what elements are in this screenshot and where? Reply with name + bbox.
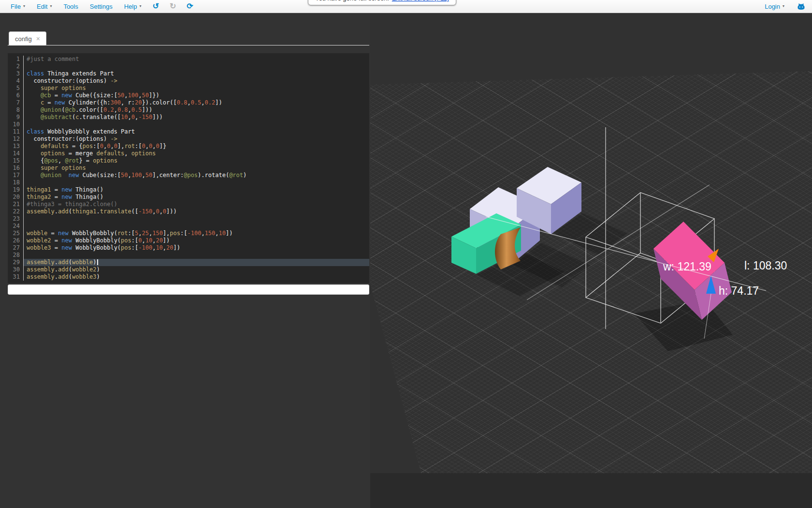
code-token: thinga1 bbox=[27, 186, 51, 193]
exit-fullscreen-link[interactable]: Exit full screen (F11) bbox=[392, 0, 449, 2]
fullscreen-message: You have gone full screen. bbox=[315, 0, 389, 2]
code-token: super options bbox=[27, 85, 86, 91]
code-token: new bbox=[61, 244, 72, 251]
code-token: Thinga() bbox=[72, 186, 103, 193]
code-line[interactable]: 11class WobblyBobbly extends Part bbox=[8, 128, 369, 135]
code-line[interactable]: 18 bbox=[8, 179, 369, 186]
cube-teal-cylinder-cut[interactable] bbox=[451, 213, 521, 274]
code-line[interactable]: 26wobble2 = new WobblyBobbly(pos:[0,10,2… bbox=[8, 237, 369, 244]
code-token: defaults bbox=[27, 143, 69, 149]
scene-canvas[interactable]: Y bbox=[370, 13, 812, 508]
code-line[interactable]: 9 @subtract(c.translate([10,0,-150])) bbox=[8, 114, 369, 121]
login-menu[interactable]: Login ▾ bbox=[759, 3, 790, 10]
code-line[interactable]: 8 @union(@cb.color([0.2,0.8,0.5])) bbox=[8, 106, 369, 114]
code-token: new bbox=[61, 194, 72, 200]
code-token: , bbox=[128, 106, 131, 113]
code-token: wobble bbox=[27, 230, 47, 237]
redo-icon[interactable]: ↻ bbox=[164, 2, 181, 10]
code-token: 0 bbox=[156, 143, 159, 149]
code-token: WobblyBobbly( bbox=[69, 230, 117, 237]
menu-tools[interactable]: Tools bbox=[58, 3, 84, 10]
code-line[interactable]: 19thinga1 = new Thinga() bbox=[8, 186, 369, 194]
width-dimension-label: w: 121.39 bbox=[663, 260, 711, 273]
code-line[interactable]: 10 bbox=[8, 121, 369, 128]
console-bar[interactable] bbox=[8, 284, 369, 295]
menu-help[interactable]: Help ▾ bbox=[118, 3, 147, 10]
code-line-text: options = merge defaults, options bbox=[24, 150, 369, 157]
code-token: ( bbox=[69, 273, 72, 280]
code-line[interactable]: 17 @union new Cube(size:[50,100,50],cent… bbox=[8, 172, 369, 179]
code-line[interactable]: 23 bbox=[8, 215, 369, 223]
line-number: 16 bbox=[8, 164, 24, 172]
menu-edit[interactable]: Edit ▾ bbox=[31, 3, 58, 10]
line-number: 28 bbox=[8, 252, 24, 259]
menu-settings[interactable]: Settings bbox=[84, 3, 118, 10]
recompile-icon[interactable]: ⟳ bbox=[181, 2, 198, 10]
code-token: , bbox=[142, 172, 145, 179]
code-token: , bbox=[128, 172, 131, 179]
code-token: ])) bbox=[152, 114, 163, 120]
code-line-text: assembly.add(thinga1.translate([-150,0,0… bbox=[24, 208, 369, 215]
code-token: :[ bbox=[128, 230, 135, 237]
line-number: 11 bbox=[8, 128, 24, 135]
code-token: -150 bbox=[138, 114, 152, 120]
code-token: , bbox=[114, 106, 117, 113]
code-line-text: wobble3 = new WobblyBobbly(pos:[-100,10,… bbox=[24, 244, 369, 252]
code-token: ], bbox=[117, 143, 124, 149]
code-line[interactable]: 30assembly.add(wobble2) bbox=[8, 266, 369, 273]
code-token: #thinga3 = thinga2.clone() bbox=[27, 201, 117, 208]
code-token: , bbox=[201, 230, 204, 237]
code-line[interactable]: 20thinga2 = new Thinga() bbox=[8, 194, 369, 201]
code-line[interactable]: 2 bbox=[8, 63, 369, 70]
code-line[interactable]: 22assembly.add(thinga1.translate([-150,0… bbox=[8, 208, 369, 215]
code-token: 20 bbox=[166, 244, 173, 251]
code-token: ( bbox=[69, 259, 72, 266]
code-token: pos bbox=[121, 244, 131, 251]
code-line-text: {@pos, @rot} = options bbox=[24, 157, 369, 164]
code-line[interactable]: 14 options = merge defaults, options bbox=[8, 150, 369, 157]
code-line[interactable]: 6 @cb = new Cube({size:[50,100,50]}) bbox=[8, 92, 369, 99]
code-line[interactable]: 24 bbox=[8, 223, 369, 230]
code-line[interactable]: 25wobble = new WobblyBobbly(rot:[5,25,15… bbox=[8, 230, 369, 237]
code-line[interactable]: 13 defaults = {pos:[0,0,0],rot:[0,0,0]} bbox=[8, 143, 369, 150]
code-line[interactable]: 29assembly.add(wobble) bbox=[8, 259, 369, 266]
code-line[interactable]: 16 super options bbox=[8, 164, 369, 172]
tab-config[interactable]: config × bbox=[9, 31, 46, 45]
line-number: 22 bbox=[8, 208, 24, 215]
viewport-3d[interactable]: Y bbox=[370, 13, 812, 508]
code-token: new bbox=[61, 237, 72, 244]
code-token: , bbox=[201, 99, 204, 106]
code-editor[interactable]: 1#just a comment23class Thinga extends P… bbox=[8, 53, 369, 283]
code-line[interactable]: 15 {@pos, @rot} = options bbox=[8, 157, 369, 164]
code-token: constructor:(options) bbox=[27, 135, 110, 142]
code-line[interactable]: 12 constructor:(options) -> bbox=[8, 135, 369, 143]
code-line[interactable]: 4 constructor:(options) -> bbox=[8, 77, 369, 85]
code-line[interactable]: 31assembly.add(wobble3) bbox=[8, 273, 369, 281]
code-line[interactable]: 3class Thinga extends Part bbox=[8, 70, 369, 77]
code-token: 50 bbox=[117, 92, 124, 99]
code-line[interactable]: 5 super options bbox=[8, 85, 369, 92]
code-line[interactable]: 28 bbox=[8, 252, 369, 259]
code-line[interactable]: 7 c = new Cylinder({h:300, r:20}).color(… bbox=[8, 99, 369, 106]
code-token: ]) bbox=[226, 230, 232, 237]
code-line[interactable]: 21#thinga3 = thinga2.clone() bbox=[8, 201, 369, 208]
github-icon[interactable] bbox=[797, 3, 805, 10]
code-line-text: wobble2 = new WobblyBobbly(pos:[0,10,20]… bbox=[24, 237, 369, 244]
code-token: 20 bbox=[135, 99, 142, 106]
line-number: 29 bbox=[8, 259, 24, 266]
code-token: 0 bbox=[142, 143, 145, 149]
code-token: wobble3 bbox=[27, 244, 51, 251]
code-token: 25 bbox=[142, 230, 149, 237]
line-number: 24 bbox=[8, 223, 24, 230]
line-number: 4 bbox=[8, 77, 24, 85]
menu-file[interactable]: File ▾ bbox=[5, 3, 31, 10]
line-number: 5 bbox=[8, 85, 24, 92]
close-icon[interactable]: × bbox=[36, 35, 40, 43]
line-number: 26 bbox=[8, 237, 24, 244]
undo-icon[interactable]: ↺ bbox=[147, 2, 164, 10]
code-line[interactable]: 1#just a comment bbox=[8, 56, 369, 63]
code-token: pos bbox=[121, 237, 131, 244]
code-line[interactable]: 27wobble3 = new WobblyBobbly(pos:[-100,1… bbox=[8, 244, 369, 252]
code-token: pos bbox=[83, 143, 93, 149]
code-line-text: constructor:(options) -> bbox=[24, 77, 369, 85]
